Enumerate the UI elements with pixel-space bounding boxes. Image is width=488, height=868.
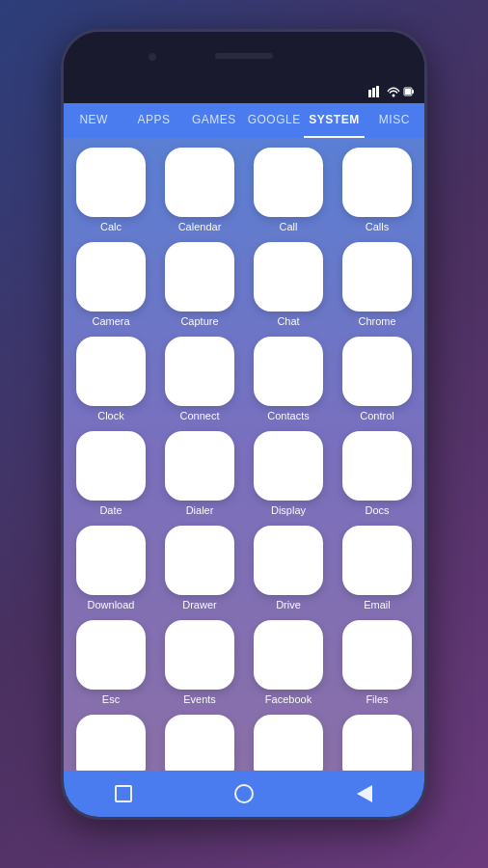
nav-tabs: NEWAPPSGAMESGOOGLESYSTEMMISC [64, 103, 424, 138]
icon-item-general: General [249, 715, 328, 771]
icon-item-chat: Chat [249, 242, 328, 327]
icon-item-files: Files [338, 620, 417, 705]
home-button[interactable] [110, 780, 137, 807]
icon-btn-facebook[interactable] [254, 620, 323, 690]
recents-button[interactable] [351, 780, 378, 807]
icon-label-email: Email [364, 599, 391, 610]
phone-top-bar [64, 32, 424, 80]
icon-item-email: Email [338, 526, 417, 610]
icon-label-capture: Capture [180, 315, 218, 327]
icon-btn-files[interactable] [342, 620, 412, 690]
icon-btn-calc[interactable] [76, 148, 146, 217]
icon-btn-email[interactable] [342, 526, 412, 595]
icon-btn-control[interactable] [342, 337, 412, 406]
icon-item-calendar: Calendar [160, 148, 239, 232]
icon-label-connect: Connect [180, 410, 220, 421]
icon-item-drive: Drive [249, 526, 328, 610]
icon-btn-docs[interactable] [342, 431, 412, 501]
icon-label-dialer: Dialer [186, 504, 214, 516]
icon-btn-download[interactable] [76, 526, 146, 595]
icon-item-drawer: Drawer [160, 526, 239, 610]
nav-tab-google[interactable]: GOOGLE [244, 103, 304, 138]
back-button[interactable] [230, 780, 258, 807]
icon-btn-dialer[interactable] [165, 431, 234, 501]
icon-btn-esc[interactable] [76, 620, 146, 690]
phone-bottom-bar [64, 771, 424, 817]
phone-speaker [215, 53, 273, 59]
icon-label-events: Events [183, 693, 216, 705]
icon-btn-clock[interactable] [76, 337, 146, 406]
icon-label-date: Date [99, 504, 122, 516]
icon-item-chrome: Chrome [338, 242, 417, 327]
icon-label-facebook: Facebook [265, 693, 312, 705]
phone-frame: NEWAPPSGAMESGOOGLESYSTEMMISC CalcCalenda… [61, 29, 427, 820]
icon-item-display: Display [249, 431, 328, 516]
icon-label-chrome: Chrome [358, 315, 395, 327]
icon-btn-events[interactable] [165, 620, 234, 690]
icon-item-date: Date [71, 431, 150, 516]
icon-btn-contacts[interactable] [254, 337, 323, 406]
icon-item-facebook: Facebook [249, 620, 328, 705]
square-icon [115, 785, 132, 802]
icons-grid-container[interactable]: CalcCalendarCallCallsCameraCaptureChatCh… [64, 138, 424, 771]
icon-btn-gallery[interactable] [76, 715, 146, 771]
nav-tab-games[interactable]: GAMES [184, 103, 244, 138]
svg-rect-1 [372, 88, 375, 97]
icon-label-contacts: Contacts [267, 410, 309, 421]
icon-label-download: Download [88, 599, 135, 610]
icon-btn-drive[interactable] [254, 526, 323, 595]
icon-item-docs: Docs [338, 431, 417, 516]
nav-tab-misc[interactable]: MISC [365, 103, 424, 138]
icon-label-docs: Docs [365, 504, 389, 516]
icon-item-calls: Calls [338, 148, 417, 232]
icon-label-camera: Camera [92, 315, 129, 327]
status-icons [368, 86, 415, 97]
icon-label-drawer: Drawer [182, 599, 216, 610]
icon-item-dialer: Dialer [160, 431, 239, 516]
nav-tab-system[interactable]: SYSTEM [304, 103, 364, 138]
icon-label-control: Control [360, 410, 393, 421]
icon-item-gmail: Gmail [338, 715, 417, 771]
svg-rect-0 [368, 90, 371, 97]
icon-item-clock: Clock [71, 337, 150, 421]
icon-btn-gmail[interactable] [342, 715, 412, 771]
icon-item-call: Call [249, 148, 328, 232]
icon-item-esc: Esc [71, 620, 150, 705]
svg-rect-6 [412, 90, 414, 94]
svg-rect-5 [405, 89, 411, 95]
circle-icon [234, 784, 254, 803]
icon-btn-camera[interactable] [76, 242, 146, 312]
icon-label-calendar: Calendar [178, 221, 222, 232]
icon-btn-chat[interactable] [254, 242, 323, 312]
nav-tab-new[interactable]: NEW [64, 103, 123, 138]
icon-btn-connect[interactable] [165, 337, 234, 406]
back-icon [357, 785, 372, 802]
icon-item-gallery: Gallery [71, 715, 150, 771]
icon-btn-calls[interactable] [342, 148, 412, 217]
svg-rect-2 [376, 86, 379, 97]
icon-item-calc: Calc [71, 148, 150, 232]
icon-btn-general[interactable] [254, 715, 323, 771]
nav-tab-apps[interactable]: APPS [123, 103, 183, 138]
icon-label-files: Files [366, 693, 388, 705]
icon-label-calls: Calls [366, 221, 389, 232]
icon-item-camera: Camera [71, 242, 150, 327]
icon-btn-display[interactable] [254, 431, 323, 501]
icon-btn-call[interactable] [254, 148, 323, 217]
icon-btn-chrome[interactable] [342, 242, 412, 312]
icon-label-display: Display [271, 504, 306, 516]
icon-label-drive: Drive [276, 599, 301, 610]
icon-btn-date[interactable] [76, 431, 146, 501]
icon-btn-drawer[interactable] [165, 526, 234, 595]
icons-grid: CalcCalendarCallCallsCameraCaptureChatCh… [71, 148, 417, 771]
icon-item-contacts: Contacts [249, 337, 328, 421]
icon-label-clock: Clock [97, 410, 124, 421]
icon-btn-capture[interactable] [165, 242, 234, 312]
icon-item-control: Control [338, 337, 417, 421]
icon-label-calc: Calc [100, 221, 122, 232]
status-bar [64, 80, 424, 103]
icon-label-call: Call [280, 221, 298, 232]
icon-btn-games[interactable] [165, 715, 234, 771]
icon-label-chat: Chat [277, 315, 299, 327]
icon-btn-calendar[interactable] [165, 148, 234, 217]
